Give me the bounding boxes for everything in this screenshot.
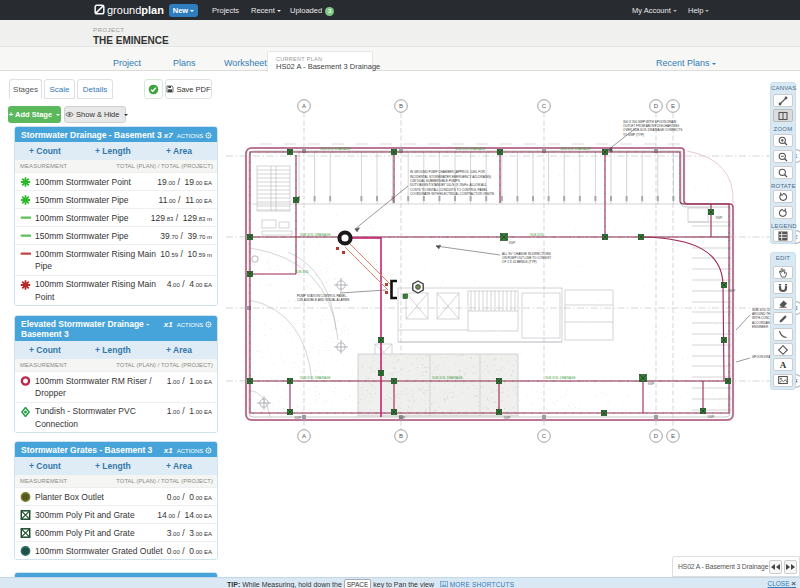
svg-text:SUB-SOIL DRAINAGE: SUB-SOIL DRAINAGE (300, 233, 330, 237)
svg-text:OF 2 X 45 BENDS (TYP): OF 2 X 45 BENDS (TYP) (502, 260, 537, 264)
svg-text:C: C (542, 433, 547, 439)
svg-text:C/W AUDIBLE AND VISUAL ALARMS: C/W AUDIBLE AND VISUAL ALARMS (297, 298, 349, 302)
svg-text:SWP: SWP (729, 289, 736, 293)
svg-text:SUB-SOIL: SUB-SOIL (530, 233, 544, 237)
svg-text:SWP: SWP (399, 416, 406, 420)
svg-text:SUB-SOIL DRAINAGE: SUB-SOIL DRAINAGE (455, 147, 485, 151)
svg-text:SUB-SOIL DRAINAGE: SUB-SOIL DRAINAGE (560, 147, 590, 151)
svg-text:SWP: SWP (509, 241, 516, 245)
svg-text:SWP: SWP (295, 416, 302, 420)
svg-text:SUB-SOIL DRAINAGE: SUB-SOIL DRAINAGE (320, 147, 350, 151)
svg-text:B: B (399, 433, 403, 439)
svg-text:C: C (542, 103, 547, 109)
svg-text:SWP: SWP (708, 415, 715, 419)
svg-text:SPOON DRA: SPOON DRA (752, 355, 772, 359)
svg-text:D: D (654, 103, 659, 109)
svg-text:E: E (671, 433, 675, 439)
svg-text:D: D (654, 433, 659, 439)
svg-text:B: B (399, 103, 403, 109)
svg-text:SUB-SOIL: SUB-SOIL (295, 270, 309, 274)
svg-text:SWP: SWP (648, 382, 655, 386)
svg-text:SWP: SWP (716, 216, 723, 220)
svg-text:A: A (302, 103, 306, 109)
svg-text:SWP: SWP (504, 416, 511, 420)
svg-text:SUB-SOIL DRAINAGE: SUB-SOIL DRAINAGE (300, 376, 330, 380)
svg-text:SUB-SOIL DRAINAGE: SUB-SOIL DRAINAGE (432, 376, 462, 380)
svg-text:A: A (302, 433, 306, 439)
svg-text:SUB-SOIL DRAINAGE: SUB-SOIL DRAINAGE (545, 376, 575, 380)
svg-text:ENGINEER: ENGINEER (752, 325, 769, 329)
svg-text:E: E (671, 103, 675, 109)
svg-text:COORDINATE WITH ELECTRICAL CON: COORDINATE WITH ELECTRICAL CONTRACTOR ON… (410, 192, 494, 196)
